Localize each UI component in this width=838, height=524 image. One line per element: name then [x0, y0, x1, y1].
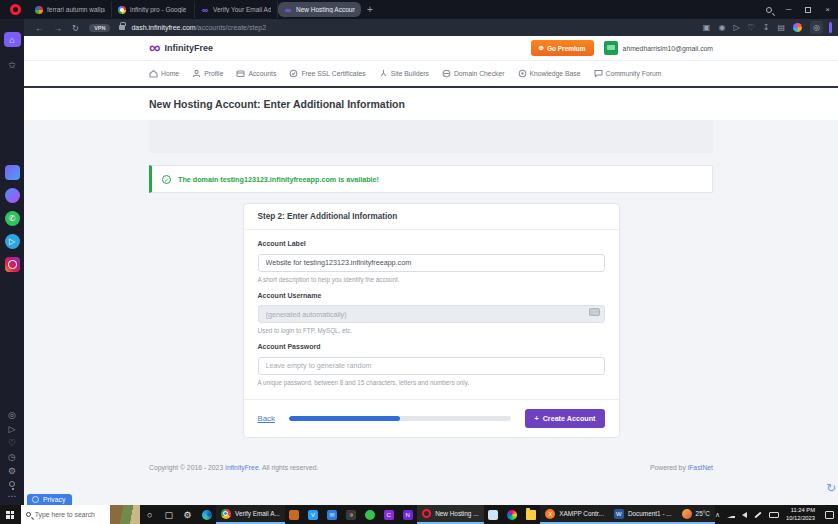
nav-free-ssl[interactable]: Free SSL Certificates [289, 69, 365, 78]
go-premium-button[interactable]: ⊕ Go Premium [531, 40, 594, 56]
clock[interactable]: 11:24 PM 10/12/2023 [786, 507, 815, 521]
new-tab-button[interactable]: + [367, 4, 373, 15]
nav-community-forum[interactable]: Community Forum [594, 69, 662, 78]
pen-icon[interactable] [754, 511, 761, 518]
whatsapp-icon[interactable]: ✆ [5, 211, 20, 226]
favorites-heart-icon[interactable]: ♡ [8, 439, 16, 448]
nav-knowledge-base[interactable]: Knowledge Base [518, 69, 581, 78]
telegram-icon[interactable]: ▷ [5, 234, 20, 249]
tab-new-hosting-account-active[interactable]: ∞ New Hosting Account: En [278, 2, 361, 17]
infinityfree-logo-icon: ∞ [149, 42, 160, 54]
create-account-button[interactable]: + Create Account [525, 409, 604, 428]
network-icon[interactable] [727, 512, 735, 518]
store-icon[interactable] [285, 505, 304, 524]
nav-site-builders[interactable]: Site Builders [379, 69, 429, 78]
edge-icon[interactable] [197, 505, 216, 524]
mail-icon[interactable]: ✉ [323, 505, 342, 524]
browser-tabbar: ferrari autumn wallpaper infinity pro - … [0, 0, 838, 19]
tab-ferrari-wallpaper[interactable]: ferrari autumn wallpaper [29, 1, 112, 18]
sharex-icon[interactable] [360, 505, 379, 524]
infinityfree-link[interactable]: InfinityFree [225, 464, 259, 471]
messenger-icon[interactable] [5, 188, 20, 203]
nav-profile[interactable]: Profile [192, 69, 223, 78]
wallpapers-app-icon[interactable] [5, 165, 20, 180]
infinityfree-favicon: ∞ [201, 6, 209, 14]
reload-icon[interactable]: ↻ [72, 23, 79, 33]
vscode-icon[interactable]: V [304, 505, 323, 524]
plus-icon: + [534, 414, 538, 423]
brand[interactable]: ∞ InfinityFree [149, 42, 213, 54]
extension-globe-icon[interactable]: ◎ [810, 21, 823, 34]
nav-accounts[interactable]: Accounts [236, 69, 276, 78]
speed-dial-home-icon[interactable]: ⌂ [4, 32, 21, 47]
opera-logo-icon[interactable] [10, 4, 21, 15]
file-explorer-icon[interactable] [521, 505, 540, 524]
ifastnet-link[interactable]: iFastNet [688, 464, 713, 471]
cortana-button[interactable]: ○ [140, 505, 159, 524]
netbeans-icon[interactable]: N [398, 505, 417, 524]
start-button[interactable] [0, 505, 21, 524]
extensions-gear-icon[interactable]: ⚙ [8, 467, 16, 476]
aria-icon[interactable]: ◎ [8, 411, 16, 420]
close-button[interactable]: × [825, 5, 830, 14]
shield-icon[interactable]: ◉ [718, 23, 725, 32]
minimize-button[interactable]: ─ [786, 5, 792, 14]
instagram-icon[interactable] [5, 257, 20, 272]
taskbar-search[interactable]: Type here to search [21, 505, 140, 524]
chrome-window-button[interactable]: Verify Email A... [216, 505, 285, 524]
tab-favicon [35, 6, 43, 14]
word-window-button[interactable]: W Document1 - ... [609, 505, 677, 524]
tips-bulb-icon[interactable] [9, 481, 15, 487]
copyright-text: Copyright © 2016 - 2023 InfinityFree. Al… [149, 464, 318, 471]
page-footer: Copyright © 2016 - 2023 InfinityFree. Al… [149, 464, 713, 471]
opera-window-button-active[interactable]: New Hosting ... [417, 505, 483, 524]
ssl-icon [289, 69, 298, 78]
nav-domain-checker[interactable]: Domain Checker [442, 69, 505, 78]
task-view-button[interactable]: ▢ [159, 505, 178, 524]
search-tabs-icon[interactable] [766, 7, 772, 13]
snapshot-icon[interactable]: ▣ [703, 23, 711, 32]
vpn-badge[interactable]: VPN [89, 24, 110, 32]
settings-gear-icon[interactable]: ⚙ [178, 505, 197, 524]
tab-verify-email[interactable]: ∞ Verify Your Email Addres [195, 1, 278, 18]
sidebar-more-icon[interactable]: ⋯ [8, 492, 17, 501]
bookmark-heart-icon[interactable]: ♡ [748, 23, 755, 32]
history-clock-icon[interactable]: ◷ [8, 453, 16, 462]
recaptcha-badge-icon[interactable]: ↻ [826, 481, 836, 495]
account-username-help: Used to login to FTP, MySQL, etc. [258, 327, 605, 334]
paint3d-icon[interactable] [502, 505, 521, 524]
builder-icon [379, 69, 388, 78]
volume-icon[interactable] [742, 512, 747, 518]
panels-icon[interactable]: ▤ [777, 23, 785, 32]
back-icon[interactable]: ← [35, 23, 44, 33]
restore-button[interactable] [805, 7, 811, 13]
bookmarks-star-icon[interactable]: ✩ [8, 61, 16, 70]
action-center-icon[interactable] [825, 511, 834, 519]
sticky-notes-icon[interactable] [484, 505, 503, 524]
sidebar-indicator [829, 22, 832, 33]
clion-icon[interactable]: C [379, 505, 398, 524]
profile-icon[interactable] [793, 23, 802, 32]
account-password-input[interactable] [258, 357, 605, 375]
downloads-icon[interactable]: ↧ [763, 23, 770, 32]
weather-widget[interactable]: 25°C [677, 505, 715, 524]
recaptcha-privacy-badge[interactable]: Privacy [27, 494, 72, 505]
player-icon[interactable]: ▷ [9, 425, 16, 434]
adobe-app-icon[interactable] [341, 505, 360, 524]
account-username-label: Account Username [258, 292, 605, 299]
back-link[interactable]: Back [258, 414, 275, 423]
forward-icon[interactable]: → [54, 23, 63, 33]
media-player-icon[interactable]: ▷ [733, 23, 739, 32]
address-bar[interactable]: dash.infinityfree.com/accounts/create/st… [131, 24, 266, 31]
user-email[interactable]: ahmedharrislm10@gmail.com [623, 45, 713, 52]
xampp-window-button[interactable]: X XAMPP Contr... [540, 505, 609, 524]
avatar[interactable] [604, 41, 618, 55]
autofill-icon[interactable] [589, 308, 600, 316]
account-label-input[interactable] [258, 254, 605, 272]
tray-expand-icon[interactable]: ∧ [715, 511, 720, 519]
nav-home[interactable]: Home [149, 69, 179, 78]
card-header: Step 2: Enter Additional Information [244, 204, 619, 230]
touch-keyboard-icon[interactable] [769, 512, 779, 518]
lock-icon[interactable] [119, 25, 125, 30]
tab-google-search[interactable]: infinity pro - Google Sea [112, 1, 195, 18]
